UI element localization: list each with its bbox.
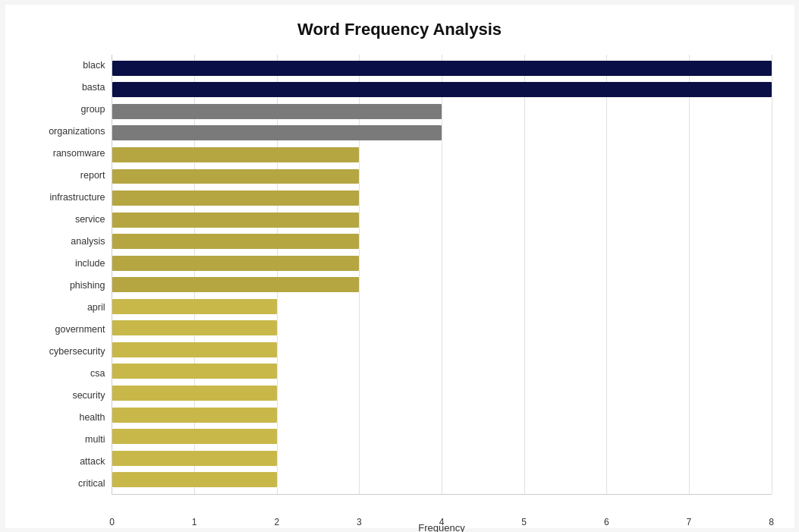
bar: [112, 212, 360, 228]
bar-row: [112, 360, 772, 382]
bar-row: [112, 296, 772, 318]
bar: [112, 125, 442, 140]
chart-container: Word Frequency Analysis blackbastagroupo…: [5, 5, 794, 528]
bar: [112, 256, 360, 271]
bar: [112, 147, 360, 162]
bar-row: [112, 426, 772, 448]
plot-area: 012345678 Frequency: [112, 55, 772, 495]
bar-row: [112, 79, 772, 101]
y-axis-label: report: [28, 171, 105, 181]
x-axis-title: Frequency: [112, 522, 772, 533]
bar-row: [112, 339, 772, 361]
bar-row: [112, 382, 772, 405]
y-axis-labels: blackbastagrouporganizationsransomwarere…: [28, 55, 112, 495]
y-axis-label: april: [28, 303, 105, 313]
bar-row: [112, 231, 772, 253]
grid-line: [772, 55, 772, 494]
bar-row: [112, 144, 772, 166]
y-axis-label: cybersecurity: [28, 347, 105, 357]
y-axis-label: csa: [28, 369, 105, 379]
bar-row: [112, 469, 772, 491]
bar-row: [112, 165, 772, 187]
y-axis-label: attack: [28, 457, 105, 467]
bar-row: [112, 101, 772, 123]
bar: [112, 364, 277, 379]
y-axis-label: ransomware: [28, 149, 105, 159]
bar: [112, 104, 442, 119]
bar: [112, 234, 360, 249]
bar: [112, 169, 360, 184]
y-axis-label: organizations: [28, 127, 105, 137]
bar: [112, 451, 277, 466]
bar: [112, 320, 277, 335]
bar-row: [112, 252, 772, 274]
y-axis-label: government: [28, 325, 105, 335]
bar: [112, 472, 277, 487]
y-axis-label: basta: [28, 83, 105, 93]
y-axis-label: include: [28, 259, 105, 269]
bar: [112, 61, 772, 76]
y-axis-label: black: [28, 61, 105, 71]
bar: [112, 386, 277, 401]
bar: [112, 277, 360, 292]
y-axis-label: critical: [28, 479, 105, 489]
bar-row: [112, 317, 772, 339]
bar: [112, 408, 277, 423]
bar: [112, 190, 360, 206]
y-axis-label: phishing: [28, 281, 105, 291]
chart-title: Word Frequency Analysis: [28, 20, 772, 39]
y-axis-label: group: [28, 105, 105, 115]
bar: [112, 342, 277, 357]
bar-row: [112, 58, 772, 80]
y-axis-label: service: [28, 215, 105, 225]
bar-row: [112, 404, 772, 426]
y-axis-label: analysis: [28, 237, 105, 247]
y-axis-label: infrastructure: [28, 193, 105, 203]
bar: [112, 429, 277, 444]
y-axis-label: health: [28, 413, 105, 423]
bar-row: [112, 209, 772, 231]
bar-row: [112, 274, 772, 296]
bar-row: [112, 187, 772, 209]
bars-container: [112, 55, 772, 494]
y-axis-label: multi: [28, 435, 105, 445]
bar-row: [112, 122, 772, 144]
chart-area: blackbastagrouporganizationsransomwarere…: [28, 55, 772, 495]
bar: [112, 299, 277, 314]
bar-row: [112, 447, 772, 469]
bar: [112, 82, 772, 97]
y-axis-label: security: [28, 391, 105, 401]
